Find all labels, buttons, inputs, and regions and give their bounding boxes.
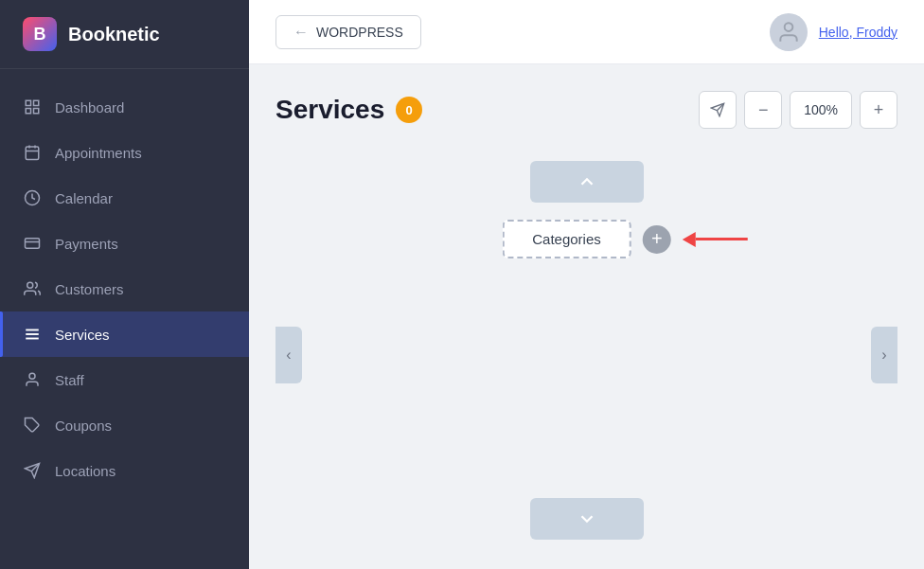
- sidebar-item-label: Calendar: [55, 190, 113, 206]
- locations-icon: [23, 461, 42, 480]
- sidebar-item-dashboard[interactable]: Dashboard: [0, 84, 249, 130]
- left-chevron-icon: ‹: [286, 347, 291, 364]
- navigate-button[interactable]: [699, 91, 737, 129]
- sidebar-item-calendar[interactable]: Calendar: [0, 175, 249, 221]
- page-title: Services: [275, 95, 384, 125]
- main-content: ← WORDPRESS Hello, Froddy Services 0 −: [249, 0, 924, 569]
- sidebar-item-coupons[interactable]: Coupons: [0, 402, 249, 448]
- sidebar-item-label: Services: [55, 327, 110, 343]
- logo-icon: B: [23, 17, 57, 51]
- left-collapse-button[interactable]: ‹: [275, 327, 302, 383]
- svg-rect-4: [26, 147, 39, 160]
- svg-rect-9: [26, 239, 40, 249]
- count-badge: 0: [396, 97, 422, 123]
- appointments-icon: [23, 143, 42, 162]
- sidebar-item-label: Appointments: [55, 145, 142, 161]
- customers-icon: [23, 279, 42, 298]
- staff-icon: [23, 370, 42, 389]
- right-chevron-icon: ›: [881, 347, 886, 364]
- page-title-area: Services 0: [275, 95, 422, 125]
- arrow-indicator: [683, 232, 748, 247]
- sidebar-item-customers[interactable]: Customers: [0, 266, 249, 311]
- sidebar-item-appointments[interactable]: Appointments: [0, 130, 249, 175]
- page-header: Services 0 − 100% +: [275, 91, 897, 129]
- sidebar-nav: Dashboard Appointments Calendar Payments…: [0, 69, 249, 569]
- svg-rect-0: [26, 100, 30, 105]
- page-content: Services 0 − 100% + ‹: [249, 64, 924, 569]
- flow-canvas: ‹ › Categories +: [275, 151, 897, 559]
- flow-node-top: [530, 161, 644, 203]
- categories-box[interactable]: Categories: [502, 220, 631, 258]
- sidebar-item-label: Locations: [55, 463, 116, 479]
- wordpress-button[interactable]: ← WORDPRESS: [275, 15, 421, 49]
- flow-node-bottom: [530, 498, 644, 540]
- svg-rect-3: [34, 109, 39, 114]
- sidebar-item-label: Coupons: [55, 418, 112, 434]
- sidebar-item-label: Customers: [55, 281, 124, 297]
- right-collapse-button[interactable]: ›: [871, 327, 897, 383]
- svg-point-19: [784, 23, 792, 31]
- sidebar-logo: B Booknetic: [0, 0, 249, 69]
- sidebar-item-locations[interactable]: Locations: [0, 448, 249, 493]
- svg-point-15: [29, 373, 35, 379]
- wp-button-label: WORDPRESS: [316, 25, 403, 40]
- arrow-head-icon: [683, 232, 696, 247]
- svg-rect-2: [26, 109, 30, 114]
- zoom-in-button[interactable]: +: [860, 91, 897, 129]
- services-icon: [23, 325, 42, 344]
- chevron-down-icon: [577, 508, 597, 529]
- add-node-button[interactable]: +: [643, 225, 671, 254]
- sidebar-item-services[interactable]: Services: [0, 311, 249, 357]
- arrow-line: [696, 238, 748, 240]
- sidebar-item-staff[interactable]: Staff: [0, 357, 249, 402]
- categories-node: Categories +: [502, 220, 671, 258]
- sidebar: B Booknetic Dashboard Appointments Calen…: [0, 0, 249, 569]
- zoom-in-icon: +: [874, 100, 884, 120]
- payments-icon: [23, 234, 42, 253]
- zoom-level: 100%: [790, 91, 852, 129]
- sidebar-item-label: Staff: [55, 372, 84, 388]
- coupons-icon: [23, 416, 42, 435]
- header: ← WORDPRESS Hello, Froddy: [249, 0, 924, 64]
- chevron-up-icon: [577, 171, 597, 192]
- sidebar-item-label: Payments: [55, 236, 118, 252]
- avatar: [770, 13, 808, 51]
- dashboard-icon: [23, 98, 42, 116]
- user-area: Hello, Froddy: [770, 13, 897, 51]
- sidebar-item-payments[interactable]: Payments: [0, 221, 249, 266]
- calendar-icon: [23, 188, 42, 207]
- logo-name: Booknetic: [68, 24, 160, 45]
- svg-rect-1: [34, 100, 39, 105]
- wp-arrow-icon: ←: [293, 24, 309, 41]
- toolbar: − 100% +: [699, 91, 897, 129]
- zoom-out-button[interactable]: −: [744, 91, 782, 129]
- sidebar-item-label: Dashboard: [55, 99, 124, 116]
- user-greeting[interactable]: Hello, Froddy: [819, 25, 897, 40]
- svg-point-11: [27, 282, 33, 288]
- zoom-out-icon: −: [758, 100, 769, 120]
